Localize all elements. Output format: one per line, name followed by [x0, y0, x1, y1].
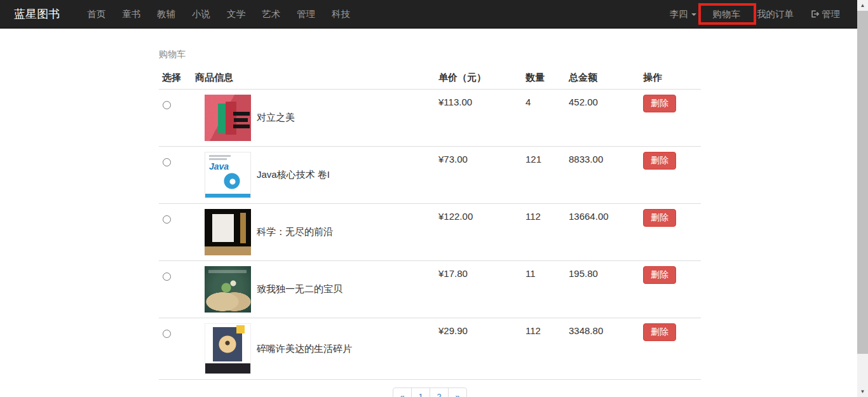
product-cell: 科学：无尽的前沿: [192, 204, 435, 261]
quantity-cell: 112: [522, 318, 566, 380]
unit-price-cell: ¥17.80: [435, 261, 522, 318]
quantity-cell: 121: [522, 147, 566, 204]
page-title: 购物车: [159, 48, 701, 60]
header-total: 总金额: [566, 67, 640, 90]
pagination-item: »: [449, 387, 467, 397]
nav-menu-item: 教辅: [149, 0, 184, 28]
cart-table-row: 碎嘴许美达的生活碎片 ¥29.90 112 3348.80 删除: [159, 318, 701, 380]
cart-table-row: 科学：无尽的前沿 ¥122.00 112 13664.00 删除: [159, 204, 701, 261]
delete-button[interactable]: 删除: [643, 266, 676, 284]
main-content: 购物车 选择 商品信息 单价（元） 数量 总金额 操作 对立之美: [159, 29, 701, 397]
logout-icon: [810, 10, 819, 18]
action-cell: 删除: [640, 90, 701, 147]
action-cell: 删除: [640, 204, 701, 261]
unit-price-cell: ¥29.90: [435, 318, 522, 380]
nav-menu-link[interactable]: 教辅: [149, 0, 184, 28]
book-title: 科学：无尽的前沿: [257, 226, 333, 238]
vertical-scrollbar[interactable]: ▲ ▼: [857, 0, 868, 397]
total-cell: 3348.80: [566, 318, 640, 380]
select-radio[interactable]: [163, 215, 171, 224]
user-dropdown: 李四: [661, 0, 705, 28]
quantity-cell: 112: [522, 204, 566, 261]
header-actions: 操作: [640, 67, 701, 90]
nav-menu-link[interactable]: 小说: [184, 0, 219, 28]
action-cell: 删除: [640, 147, 701, 204]
book-title: 对立之美: [257, 112, 295, 124]
nav-menu-link[interactable]: 首页: [79, 0, 114, 28]
nav-menu-item: 文学: [219, 0, 254, 28]
cart-table: 选择 商品信息 单价（元） 数量 总金额 操作 对立之美 ¥113.00 4 4…: [159, 67, 701, 380]
total-cell: 195.80: [566, 261, 640, 318]
action-cell: 删除: [640, 318, 701, 380]
cart-table-row: 致我独一无二的宝贝 ¥17.80 11 195.80 删除: [159, 261, 701, 318]
cart-table-header: 选择 商品信息 单价（元） 数量 总金额 操作: [159, 67, 701, 90]
quantity-cell: 11: [522, 261, 566, 318]
admin-logout-link[interactable]: 管理: [802, 0, 848, 28]
unit-price-cell: ¥73.00: [435, 147, 522, 204]
product-cell: Java核心技术 卷I: [192, 147, 435, 204]
select-cell: [159, 147, 192, 204]
delete-button[interactable]: 删除: [643, 209, 676, 227]
delete-button[interactable]: 删除: [643, 152, 676, 170]
nav-cart-item: 购物车: [705, 0, 749, 28]
orders-link[interactable]: 我的订单: [749, 0, 802, 28]
select-radio[interactable]: [163, 273, 171, 281]
nav-menu-link[interactable]: 文学: [219, 0, 254, 28]
nav-menu-item: 艺术: [254, 0, 288, 28]
select-radio[interactable]: [163, 330, 171, 338]
navbar: 蓝星图书 首页 童书 教辅 小说 文学 艺术 管理 科技 李四 购物车 我的订单: [0, 0, 868, 29]
unit-price-cell: ¥122.00: [435, 204, 522, 261]
nav-menu-link[interactable]: 童书: [114, 0, 149, 28]
total-cell: 452.00: [566, 90, 640, 147]
pagination-item: 2: [430, 387, 449, 397]
nav-menu-item: 管理: [288, 0, 323, 28]
book-title: 致我独一无二的宝贝: [257, 283, 342, 295]
select-cell: [159, 318, 192, 380]
delete-button[interactable]: 删除: [643, 323, 676, 341]
product-cell: 碎嘴许美达的生活碎片: [192, 318, 435, 380]
book-title: 碎嘴许美达的生活碎片: [257, 343, 352, 355]
nav-orders-item: 我的订单: [749, 0, 802, 28]
pagination-link[interactable]: 1: [411, 387, 430, 397]
nav-menu-link[interactable]: 艺术: [254, 0, 288, 28]
book-cover-image: [205, 266, 251, 313]
total-cell: 13664.00: [566, 204, 640, 261]
pagination: « 1 2 »: [393, 387, 467, 397]
pagination-link[interactable]: «: [393, 387, 412, 397]
select-cell: [159, 261, 192, 318]
nav-menu-link[interactable]: 科技: [323, 0, 358, 28]
nav-menu-item: 童书: [114, 0, 149, 28]
quantity-cell: 4: [522, 90, 566, 147]
pagination-item: 1: [412, 387, 430, 397]
book-cover-image: [205, 152, 251, 198]
pagination-wrap: « 1 2 »: [159, 387, 701, 397]
nav-menu-item: 首页: [79, 0, 114, 28]
pagination-link[interactable]: 2: [430, 387, 449, 397]
pagination-link[interactable]: »: [448, 387, 467, 397]
product-cell: 对立之美: [192, 90, 435, 147]
product-cell: 致我独一无二的宝贝: [192, 261, 435, 318]
nav-menu-item: 科技: [323, 0, 358, 28]
cart-table-row: Java核心技术 卷I ¥73.00 121 8833.00 删除: [159, 147, 701, 204]
unit-price-cell: ¥113.00: [435, 90, 522, 147]
select-radio[interactable]: [163, 101, 171, 109]
header-select: 选择: [159, 67, 192, 90]
brand-link[interactable]: 蓝星图书: [6, 0, 67, 28]
scrollbar-thumb[interactable]: [857, 11, 868, 354]
book-cover-image: [205, 323, 251, 374]
action-cell: 删除: [640, 261, 701, 318]
select-radio[interactable]: [163, 158, 171, 166]
nav-menu-link[interactable]: 管理: [288, 0, 323, 28]
scroll-up-arrow-icon[interactable]: ▲: [857, 0, 868, 11]
scroll-down-arrow-icon[interactable]: ▼: [857, 386, 868, 397]
navbar-right-menu: 李四 购物车 我的订单 管理: [661, 0, 849, 28]
delete-button[interactable]: 删除: [643, 95, 676, 112]
total-cell: 8833.00: [566, 147, 640, 204]
user-dropdown-toggle[interactable]: 李四: [661, 0, 705, 28]
nav-menu-item: 小说: [184, 0, 219, 28]
cart-table-body: 对立之美 ¥113.00 4 452.00 删除 Java核心技术 卷I ¥73…: [159, 90, 701, 380]
book-cover-image: [205, 95, 251, 141]
cart-link[interactable]: 购物车: [705, 0, 749, 28]
user-name: 李四: [670, 9, 688, 19]
header-quantity: 数量: [522, 67, 566, 90]
